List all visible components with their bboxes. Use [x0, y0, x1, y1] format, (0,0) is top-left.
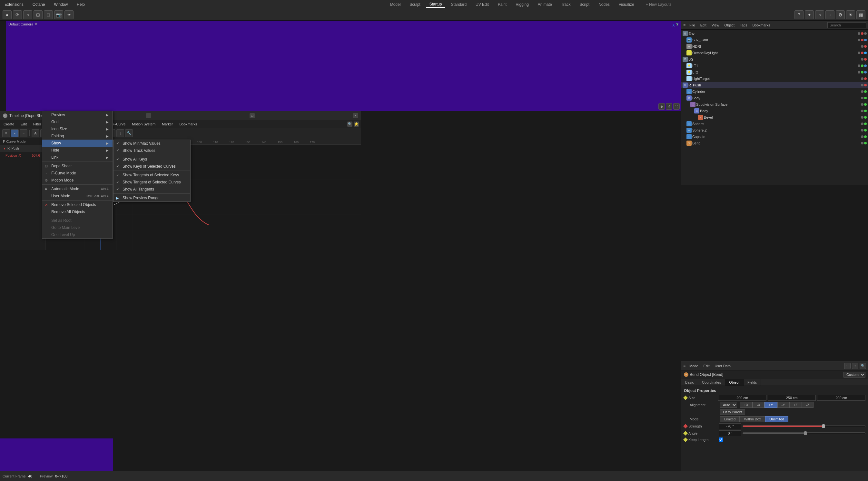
tl-menu-motionsystem[interactable]: Motion System	[131, 122, 157, 127]
tool-btn-3[interactable]: ○	[23, 10, 32, 19]
grid-btn[interactable]: ▦	[857, 10, 865, 19]
props-menu-mode[interactable]: Mode	[688, 363, 700, 368]
submenu-show-tangentssel[interactable]: ✓ Show Tangents of Selected Keys	[114, 171, 190, 179]
tl-track-posx[interactable]: Position .X -507.6	[0, 152, 45, 159]
sun-btn[interactable]: ☀	[846, 10, 855, 19]
mode-unlimited-btn[interactable]: Unlimited	[765, 416, 788, 422]
list-item[interactable]: ↷ Bend	[681, 140, 868, 147]
tl-scale[interactable]: ↕	[116, 129, 124, 137]
list-item[interactable]: ⬡ Cylinder	[681, 88, 868, 95]
menu-remove-selected[interactable]: ✕ Remove Selected Objects	[42, 201, 113, 208]
alignment-dropdown[interactable]: Auto	[720, 402, 737, 408]
list-item[interactable]: E Env	[681, 30, 868, 37]
tab-track[interactable]: Track	[558, 2, 574, 7]
tl-toolbar-bookmark[interactable]: ⭐	[354, 122, 359, 127]
mode-withinbox-btn[interactable]: Within Box	[740, 416, 765, 422]
menu-show[interactable]: Show ▶ ✓ Show Min/Max Values ✓ Show Trac…	[42, 139, 113, 147]
tab-uvedit[interactable]: UV Edit	[472, 2, 492, 7]
new-layouts-btn[interactable]: + New Layouts	[643, 2, 675, 7]
submenu-show-allkeys[interactable]: ✓ Show All Keys	[114, 156, 190, 163]
tl-menu-bookmarks[interactable]: Bookmarks	[178, 122, 198, 127]
obj-menu-bookmarks[interactable]: Bookmarks	[751, 23, 771, 28]
menu-automode[interactable]: A Automatic Mode Alt+A	[42, 185, 113, 192]
axis-minusy-btn[interactable]: -Y	[777, 402, 789, 408]
menu-iconsize[interactable]: Icon Size ▶	[42, 125, 113, 132]
tl-track-rpush[interactable]: ▼ R_Push	[0, 145, 45, 152]
vp-ctrl-2[interactable]: ↺	[666, 103, 672, 109]
angle-handle[interactable]	[804, 431, 807, 435]
keeplength-checkbox[interactable]	[719, 438, 723, 442]
axis-minusx-btn[interactable]: -X	[752, 402, 765, 408]
menu-remove-all[interactable]: Remove All Objects	[42, 208, 113, 215]
tl-key-type1[interactable]: A	[32, 129, 39, 137]
tool-btn-1[interactable]: ●	[3, 10, 11, 19]
list-item[interactable]: B Body	[681, 95, 868, 101]
tl-fcurve-btn[interactable]: ~	[20, 129, 27, 137]
submenu-show-minmax[interactable]: ✓ Show Min/Max Values	[114, 140, 190, 147]
angle-input[interactable]	[719, 430, 741, 436]
obj-menu-file[interactable]: File	[688, 23, 696, 28]
settings-btn[interactable]: ⚙	[836, 10, 845, 19]
tab-basic[interactable]: Basic	[681, 379, 698, 386]
obj-menu-hamburger[interactable]: ≡	[683, 23, 685, 27]
menu-help[interactable]: Help	[75, 2, 87, 7]
size-z-input[interactable]	[817, 395, 865, 401]
tl-wrench[interactable]: 🔧	[125, 129, 133, 137]
menu-usermode[interactable]: User Mode Ctrl+Shift+Alt+A	[42, 192, 113, 199]
menu-grid[interactable]: Grid ▶	[42, 118, 113, 125]
help-btn[interactable]: ?	[795, 10, 804, 19]
vp-ctrl-3[interactable]: ⛶	[673, 103, 680, 109]
tl-minimize-btn[interactable]: _	[146, 113, 151, 118]
obj-menu-edit[interactable]: Edit	[699, 23, 708, 28]
props-back-btn[interactable]: ←	[844, 363, 850, 369]
tool-btn-6[interactable]: 📷	[54, 10, 63, 19]
props-menu-userdata[interactable]: User Data	[714, 363, 732, 368]
list-item[interactable]: H HDRI	[681, 43, 868, 50]
tab-script[interactable]: Script	[576, 2, 593, 7]
tool-btn-5[interactable]: □	[44, 10, 53, 19]
list-item[interactable]: B Bevel	[681, 114, 868, 121]
axis-minusz-btn[interactable]: -Z	[802, 402, 813, 408]
tl-toolbar-search[interactable]: 🔍	[347, 122, 352, 127]
mode-limited-btn[interactable]: Limited	[720, 416, 740, 422]
strength-input[interactable]	[719, 423, 741, 429]
axis-plusx-btn[interactable]: +X	[740, 402, 752, 408]
list-item[interactable]: ☀ OctaneDayLight	[681, 50, 868, 56]
tool-btn-7[interactable]: ☀	[64, 10, 73, 19]
tab-nodes[interactable]: Nodes	[595, 2, 613, 7]
list-item[interactable]: B BG	[681, 56, 868, 63]
submenu-show-previewrange[interactable]: ▶ Show Preview Range	[114, 194, 190, 201]
render-btn[interactable]: ✦	[805, 10, 814, 19]
tool-btn-2[interactable]: ⟳	[13, 10, 22, 19]
props-preset-dropdown[interactable]: Custom	[843, 372, 865, 378]
menu-window[interactable]: Window	[52, 2, 70, 7]
size-x-input[interactable]	[718, 395, 767, 401]
props-menu-edit[interactable]: Edit	[702, 363, 711, 368]
axis-plusy-btn[interactable]: +Y	[765, 402, 777, 408]
fit-to-parent-btn[interactable]: Fit to Parent	[720, 409, 745, 415]
menu-motionmode[interactable]: ⊘ Motion Mode	[42, 177, 113, 184]
list-item[interactable]: 💡 LT1	[681, 63, 868, 69]
tl-menu-create[interactable]: Create	[2, 122, 16, 127]
tab-startup[interactable]: Startup	[426, 1, 445, 8]
tl-menu-marker[interactable]: Marker	[161, 122, 174, 127]
menu-hide[interactable]: Hide ▶	[42, 147, 113, 154]
obj-menu-object[interactable]: Object	[723, 23, 736, 28]
props-up-btn[interactable]: ↑	[852, 363, 858, 369]
menu-octane[interactable]: Octane	[31, 2, 47, 7]
render3-btn[interactable]: →	[826, 10, 834, 19]
list-item[interactable]: ◎ LightTarget	[681, 75, 868, 82]
menu-extensions[interactable]: Extensions	[3, 2, 26, 7]
tl-close-btn[interactable]: ×	[353, 113, 358, 118]
tab-object[interactable]: Object	[725, 379, 744, 386]
list-item[interactable]: 💡 LT2	[681, 69, 868, 75]
submenu-show-keyssel[interactable]: ✓ Show Keys of Selected Curves	[114, 163, 190, 170]
strength-slider[interactable]	[743, 425, 865, 427]
tab-animate[interactable]: Animate	[535, 2, 555, 7]
tl-dope-btn[interactable]: •	[11, 129, 19, 137]
vp-ctrl-1[interactable]: ⊕	[658, 103, 665, 109]
tool-btn-4[interactable]: ⊞	[34, 10, 42, 19]
obj-menu-tags[interactable]: Tags	[738, 23, 748, 28]
submenu-show-trackvalues[interactable]: ✓ Show Track Values	[114, 147, 190, 154]
tab-visualize[interactable]: Visualize	[616, 2, 638, 7]
